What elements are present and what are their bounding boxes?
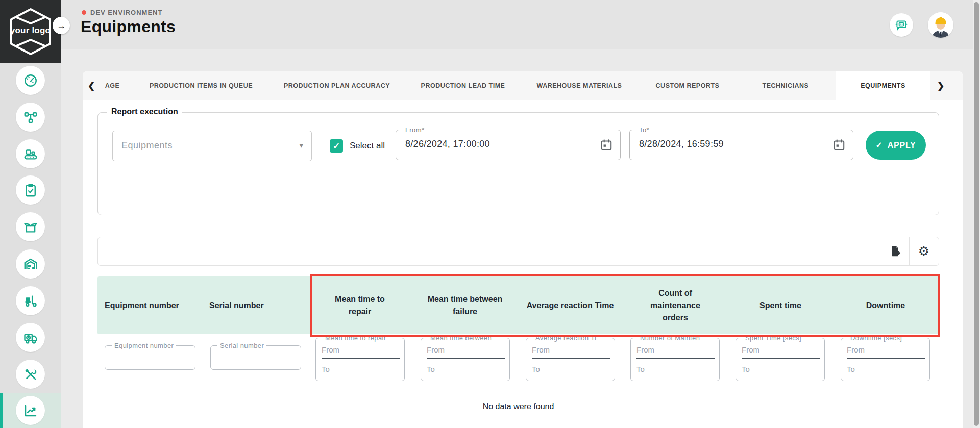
number-of-maintenance-orders-to-input[interactable]: [636, 361, 715, 377]
tab-age[interactable]: AGE: [105, 71, 120, 100]
chevron-down-icon: ▾: [299, 141, 303, 150]
page-title: Equipments: [81, 17, 176, 36]
column-header-spent-time[interactable]: Spent time: [740, 276, 821, 334]
column-header-mean-time-between-failure[interactable]: Mean time between failure: [424, 276, 506, 334]
spent-time-to-input[interactable]: [742, 361, 820, 377]
tab-production-items-in-queue[interactable]: PRODUCTION ITEMS IN QUEUE: [150, 71, 253, 100]
production-line-icon: [16, 139, 45, 168]
export-button[interactable]: [880, 237, 909, 265]
equipment-number-filter[interactable]: Equipment number: [105, 345, 195, 370]
table-settings-button[interactable]: ⚙: [909, 237, 938, 265]
range-filter-label: Average reaction Ti: [533, 334, 599, 342]
equipment-number-filter-input[interactable]: [111, 350, 188, 366]
analytics-chart-icon: [16, 396, 45, 425]
range-filter-label: Mean time to repair: [323, 334, 389, 342]
sidebar-item-production-line[interactable]: [0, 136, 61, 171]
sidebar-item-maintenance[interactable]: [0, 357, 61, 392]
sidebar-expand-button[interactable]: →: [53, 17, 70, 34]
page-scrollbar[interactable]: [973, 0, 980, 428]
logo-text: your logo: [3, 26, 58, 36]
column-header-mean-time-to-repair[interactable]: Mean time to repair: [326, 276, 394, 334]
downtime-to-input[interactable]: [847, 361, 925, 377]
export-icon: [888, 244, 902, 258]
sidebar-item-dashboard[interactable]: [0, 63, 61, 98]
average-reaction-time-filter[interactable]: Average reaction Ti: [526, 338, 615, 381]
environment-badge-label: DEV ENVIRONMENT: [90, 9, 162, 16]
sidebar-item-warehouse[interactable]: [0, 246, 61, 282]
column-header-count-of-maintenance-orders[interactable]: Count of maintenance orders: [642, 276, 708, 334]
mean-time-to-repair-filter[interactable]: Mean time to repair: [315, 338, 405, 381]
top-header-bar: DEV ENVIRONMENT Equipments: [0, 0, 980, 49]
tab-technicians[interactable]: TECHNICIANS: [763, 71, 809, 100]
tabs-scroll-left-button[interactable]: ❮: [88, 71, 95, 100]
tab-custom-reports[interactable]: CUSTOM REPORTS: [656, 71, 720, 100]
date-from-calendar-button[interactable]: [600, 138, 614, 152]
serial-number-filter-input[interactable]: [217, 350, 293, 366]
date-from-value[interactable]: 8/26/2024, 17:00:00: [405, 139, 490, 149]
mean-time-between-failure-from-input[interactable]: [427, 341, 505, 359]
mean-time-to-repair-to-input[interactable]: [322, 361, 400, 377]
range-filter-label: Downtime [secs]: [848, 334, 904, 342]
user-avatar[interactable]: [928, 12, 953, 38]
mean-time-to-repair-from-input[interactable]: [322, 341, 400, 359]
column-header-serial-number[interactable]: Serial number: [209, 276, 306, 334]
table-toolbar: ⚙: [97, 237, 939, 266]
sidebar-item-deliveries[interactable]: [0, 320, 61, 355]
environment-badge: DEV ENVIRONMENT: [82, 9, 162, 16]
downtime-from-input[interactable]: [847, 341, 925, 359]
date-to-calendar-button[interactable]: [832, 138, 847, 152]
column-header-equipment-number[interactable]: Equipment number: [105, 276, 202, 334]
spent-time-from-input[interactable]: [742, 341, 820, 359]
apply-button-label: APPLY: [888, 141, 916, 150]
date-from-field[interactable]: From* 8/26/2024, 17:00:00: [396, 130, 621, 160]
report-type-dropdown[interactable]: Equipments ▾: [112, 131, 312, 161]
sidebar-item-tasks[interactable]: [0, 172, 61, 208]
serial-number-filter-label: Serial number: [217, 342, 266, 349]
sidebar-item-workflow[interactable]: [0, 99, 61, 135]
number-of-maintenance-orders-filter[interactable]: Number of Mainten: [630, 338, 720, 381]
sidebar-navigation: [0, 49, 61, 428]
apply-button[interactable]: ✓ APPLY: [866, 131, 926, 160]
column-header-average-reaction-time[interactable]: Average reaction Time: [526, 276, 614, 334]
mean-time-between-failure-to-input[interactable]: [427, 361, 505, 377]
range-filter-label: Spent Time [secs]: [743, 334, 804, 342]
sidebar-item-packages[interactable]: [0, 209, 61, 244]
sidebar-item-forklift[interactable]: [0, 283, 61, 318]
downtime-filter[interactable]: Downtime [secs]: [841, 338, 930, 381]
select-all-checkbox[interactable]: ✓: [330, 139, 343, 153]
maintenance-tools-icon: [16, 360, 45, 389]
range-filter-label: Number of Mainten: [638, 334, 702, 342]
tab-production-lead-time[interactable]: PRODUCTION LEAD TIME: [421, 71, 505, 100]
date-to-field[interactable]: To* 8/28/2024, 16:59:59: [629, 130, 853, 160]
chatbot-button[interactable]: [890, 13, 913, 37]
average-reaction-time-from-input[interactable]: [532, 341, 610, 359]
serial-number-filter[interactable]: Serial number: [210, 345, 301, 370]
report-tabs-bar: ❮ AGE PRODUCTION ITEMS IN QUEUE PRODUCTI…: [83, 71, 963, 100]
forklift-icon: [16, 286, 45, 315]
date-to-label: To*: [636, 126, 652, 134]
open-box-icon: [16, 212, 45, 241]
calendar-icon: [600, 138, 613, 152]
scrollbar-thumb[interactable]: [974, 2, 979, 426]
number-of-maintenance-orders-from-input[interactable]: [636, 341, 715, 359]
tab-production-plan-accuracy[interactable]: PRODUCTION PLAN ACCURACY: [284, 71, 390, 100]
environment-status-dot: [82, 10, 86, 15]
main-content-panel: ❮ AGE PRODUCTION ITEMS IN QUEUE PRODUCTI…: [83, 71, 963, 428]
sidebar-item-reports[interactable]: [0, 393, 61, 428]
tab-warehouse-materials[interactable]: WAREHOUSE MATERIALS: [537, 71, 622, 100]
column-header-downtime[interactable]: Downtime: [845, 276, 926, 334]
tabs-scroll-right-button[interactable]: ❯: [937, 71, 944, 100]
average-reaction-time-to-input[interactable]: [532, 361, 610, 377]
equipment-number-filter-label: Equipment number: [112, 342, 176, 349]
select-all-label: Select all: [350, 141, 385, 151]
spent-time-filter[interactable]: Spent Time [secs]: [736, 338, 825, 381]
workflow-nodes-icon: [16, 103, 45, 132]
arrow-right-icon: →: [57, 20, 66, 31]
mean-time-between-failure-filter[interactable]: Mean time between: [421, 338, 510, 381]
select-all-checkbox-row[interactable]: ✓ Select all: [330, 139, 385, 153]
dashboard-gauge-icon: [16, 66, 45, 95]
tab-equipments[interactable]: EQUIPMENTS: [861, 71, 905, 100]
report-execution-legend: Report execution: [107, 107, 182, 116]
report-execution-fieldset: Report execution Equipments ▾ ✓ Select a…: [97, 112, 939, 215]
date-to-value[interactable]: 8/28/2024, 16:59:59: [639, 139, 724, 149]
